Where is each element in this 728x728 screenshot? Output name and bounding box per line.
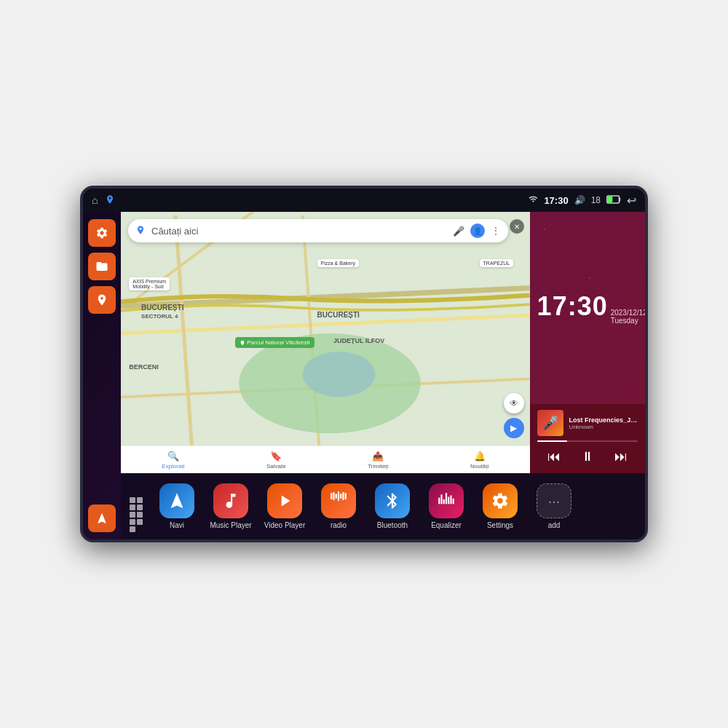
svg-rect-18 [342,492,344,500]
status-bar: ⌂ 17:30 🔊 18 ↩ [83,189,645,212]
maps-status-icon[interactable] [105,194,115,207]
music-progress-fill [537,440,568,442]
user-avatar[interactable]: 👤 [470,223,485,238]
app-video-player[interactable]: Video Player [259,480,310,532]
svg-rect-22 [443,499,445,505]
map-menu-icon[interactable]: ⋮ [491,225,501,237]
clock-time: 17:30 [537,291,608,322]
sidebar-files-button[interactable] [88,253,116,280]
app-equalizer[interactable]: Equalizer [421,480,472,532]
map-nav-explore[interactable]: 🔍 Explorați [162,451,184,470]
map-nav-saved[interactable]: 🔖 Salvate [266,451,286,470]
sidebar-navigation-button[interactable] [88,505,116,532]
map-area-ilfov: JUDEȚUL ILFOV [333,337,384,344]
map-navigate-button[interactable]: ▶ [504,418,524,438]
map-frame[interactable]: Căutați aici 🎤 👤 ⋮ AXIS PremiumMobility … [121,212,530,473]
status-time: 17:30 [544,195,568,206]
music-pause-button[interactable]: ⏸ [578,446,597,467]
svg-point-10 [239,333,421,433]
wifi-icon [529,194,538,206]
map-area-berceni: BERCENI [129,363,159,371]
music-prev-button[interactable]: ⏮ [545,446,563,467]
status-right-icons: 17:30 🔊 18 ↩ [529,194,636,207]
left-sidebar [83,212,121,539]
svg-point-12 [140,227,142,229]
navi-label: Navi [170,521,184,529]
music-artist: Unknown [569,424,638,430]
app-bluetooth[interactable]: Bluetooth [367,480,418,532]
sidebar-settings-button[interactable] [88,219,116,247]
app-launcher-button[interactable] [127,494,151,519]
content-area: Căutați aici 🎤 👤 ⋮ AXIS PremiumMobility … [121,212,645,539]
svg-rect-24 [448,497,449,505]
main-area: Căutați aici 🎤 👤 ⋮ AXIS PremiumMobility … [83,212,645,539]
svg-line-8 [121,379,530,397]
google-maps-icon [135,225,146,237]
svg-rect-21 [440,494,442,504]
app-grid: Navi Music Player [151,480,579,532]
map-close-button[interactable]: ✕ [510,219,524,234]
map-place-axis: AXIS PremiumMobility - Sud [129,277,170,290]
album-art: 🎤 [537,410,563,436]
map-location-button[interactable]: 👁 [504,393,524,414]
saved-icon: 🔖 [270,451,282,462]
home-icon[interactable]: ⌂ [92,194,98,206]
svg-rect-1 [620,197,621,201]
svg-rect-17 [340,494,341,499]
svg-point-11 [303,352,376,397]
park-pin[interactable]: Parcul Natural Văcărești [235,337,314,348]
svg-rect-14 [333,492,334,500]
radio-label: radio [331,521,347,529]
battery-level: 18 [591,195,601,205]
music-info: Lost Frequencies_Janie... Unknown [569,416,638,430]
equalizer-label: Equalizer [431,521,462,529]
bluetooth-icon [375,483,410,518]
music-player-label: Music Player [210,521,251,529]
map-area-sector4: BUCUREȘTISECTORUL 4 [141,304,183,320]
add-icon: ··· [537,483,571,518]
clock-widget: 17:30 2023/12/12 Tuesday [530,212,645,404]
sidebar-maps-button[interactable] [88,286,116,314]
battery-icon [606,195,621,206]
settings-icon [483,483,518,518]
bluetooth-label: Bluetooth [377,521,408,529]
map-bottom-nav: 🔍 Explorați 🔖 Salvate 📤 Trimiteți [121,446,530,473]
right-panel: 17:30 2023/12/12 Tuesday 🎤 [530,212,645,473]
map-search-bar[interactable]: Căutați aici 🎤 👤 ⋮ [128,219,508,242]
svg-rect-25 [450,495,451,504]
svg-rect-23 [446,493,447,504]
clock-day: Tuesday [611,317,645,325]
map-search-placeholder: Căutați aici [151,226,447,237]
svg-line-6 [175,215,194,470]
microphone-icon[interactable]: 🎤 [453,226,464,237]
news-icon: 🔔 [474,451,486,462]
explore-icon: 🔍 [167,451,179,462]
app-drawer: Navi Music Player [121,473,645,539]
app-settings[interactable]: Settings [475,480,526,532]
clock-date: 2023/12/12 [611,309,645,317]
map-nav-share[interactable]: 📤 Trimiteți [368,451,388,470]
share-icon: 📤 [372,451,384,462]
app-add[interactable]: ··· add [529,480,579,532]
svg-rect-13 [331,493,332,499]
svg-rect-16 [338,491,339,501]
svg-rect-26 [453,499,454,505]
back-icon[interactable]: ↩ [627,194,636,207]
music-next-button[interactable]: ⏭ [612,446,630,467]
map-place-trap: TRAPEZUL [480,259,514,267]
app-radio[interactable]: radio [313,480,364,532]
volume-icon: 🔊 [574,195,585,205]
music-player-icon [213,483,248,518]
map-place-pizza: Pizza & Bakery [317,259,359,267]
app-navi[interactable]: Navi [151,480,202,532]
svg-rect-19 [345,493,347,499]
music-widget: 🎤 Lost Frequencies_Janie... Unknown ⏮ [530,404,645,473]
svg-rect-3 [121,215,530,470]
car-head-unit: ⌂ 17:30 🔊 18 ↩ [80,186,648,542]
music-progress-bar[interactable] [537,440,638,442]
map-nav-news[interactable]: 🔔 Noutăți [470,451,488,470]
video-player-label: Video Player [264,521,306,529]
svg-rect-20 [438,498,440,505]
app-music-player[interactable]: Music Player [205,480,256,532]
music-title: Lost Frequencies_Janie... [569,416,638,424]
